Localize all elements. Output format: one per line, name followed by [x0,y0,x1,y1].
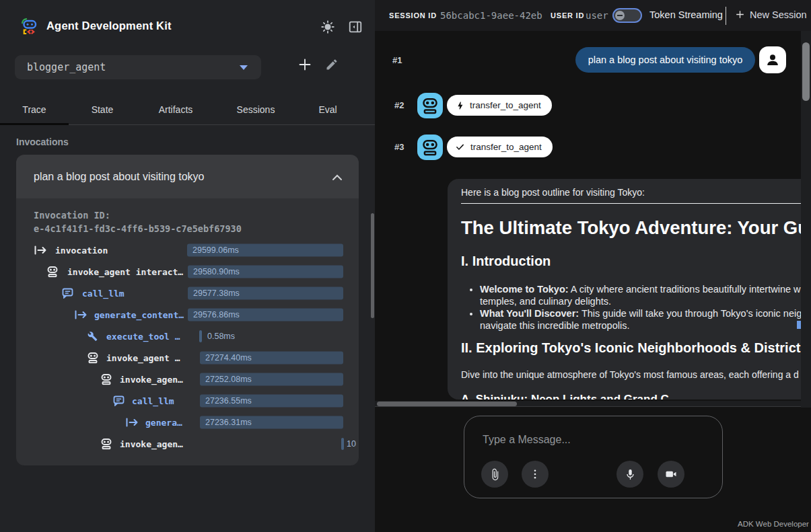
more-vert-icon [529,468,541,480]
invocations-heading: Invocations [16,137,69,147]
toggle-knob [615,11,625,20]
chevron-down-icon [240,65,248,70]
new-session-button[interactable]: New Session [734,9,807,20]
video-button[interactable] [658,461,684,488]
trace-tree: invocation 29599.06ms invoke_agent inter… [16,239,359,455]
add-session-button[interactable] [297,56,313,75]
message-index: #1 [392,55,402,65]
videocam-icon [664,467,678,481]
horizontal-scrollbar-thumb[interactable] [377,402,517,406]
tool-response-chip[interactable]: transfer_to_agent [447,137,553,157]
trace-row[interactable]: invoke_agent … 27274.40ms [16,347,359,369]
session-id-value: 56bcabc1-9aee-42eb [440,10,542,21]
blog-section-heading: II. Exploring Tokyo's Iconic Neighborhoo… [461,340,801,356]
trace-row[interactable]: invocation 29599.06ms [16,239,359,261]
sidebar: Agent Development Kit blogger_agent [0,0,375,532]
check-icon [455,142,465,152]
invocation-card: plan a blog post about visiting tokyo In… [16,155,359,465]
robot-icon [101,439,112,450]
sidebar-header: Agent Development Kit [0,0,375,42]
user-avatar [759,46,786,73]
trace-row[interactable]: invoke_agent interact… 29580.90ms [16,261,359,282]
microphone-icon [624,468,637,481]
robot-icon [87,352,98,364]
agent-response-card: Here is a blog post outline for visiting… [448,179,801,400]
divider [726,7,726,25]
trace-row[interactable]: invoke_agen… 10 [16,433,359,455]
trace-row[interactable]: call_llm 29577.38ms [16,282,359,304]
invocation-id-label: Invocation ID: [34,210,110,221]
message-composer[interactable]: Type a Message... [464,416,723,498]
tab-artifacts[interactable]: Artifacts [136,95,215,124]
robot-icon [47,266,58,278]
vertical-scrollbar[interactable] [801,31,811,408]
duration-bar: 29577.38ms [188,287,343,300]
more-options-button[interactable] [522,461,549,488]
arrow-input-icon [34,245,48,255]
chat-icon [113,395,125,406]
footer-label: ADK Web Developer UI [738,520,811,528]
invocation-card-header[interactable]: plan a blog post about visiting tokyo [16,155,359,198]
blog-bullet-list: Welcome to Tokyo: A city where ancient t… [461,283,801,332]
duration-bar: 27236.55ms [200,395,343,408]
list-item: Welcome to Tokyo: A city where ancient t… [480,283,801,307]
microphone-button[interactable] [616,461,643,488]
message-index: #3 [394,142,404,152]
user-message-bubble: plan a blog post about visiting tokyo [575,47,755,73]
session-id-label: SESSION ID [389,11,437,20]
attach-file-button[interactable] [481,461,508,488]
blog-title: The Ultimate Tokyo Adventure: Your Gu [461,217,801,239]
active-tab-indicator [0,123,69,125]
duration-bar: 29580.90ms [188,266,343,278]
trace-row[interactable]: execute_tool … 0.58ms [16,326,359,347]
theme-toggle-icon[interactable] [320,20,335,37]
duration-bar: 27236.31ms [200,416,343,429]
robot-icon [101,374,112,385]
tab-state[interactable]: State [69,95,136,124]
message-input[interactable]: Type a Message... [483,434,571,446]
duration-bar [199,330,202,342]
blog-section-heading: I. Introduction [461,253,801,269]
wrench-icon [87,332,98,342]
chat-icon [62,288,73,299]
user-id-value: user [586,10,608,21]
duration-bar: 29576.86ms [188,309,343,321]
token-streaming-toggle[interactable] [612,8,642,23]
sidebar-scrollbar[interactable] [371,213,374,318]
trace-row[interactable]: invoke_agen… 27252.08ms [16,369,359,390]
response-intro: Here is a blog post outline for visiting… [461,187,801,198]
edit-icon[interactable] [325,58,339,74]
invocation-title: plan a blog post about visiting tokyo [34,171,205,183]
duration-bar: 27274.40ms [200,352,343,365]
agent-avatar [417,135,443,160]
duration-bar: 29599.06ms [187,244,343,257]
adk-logo-icon [20,17,39,38]
list-item: What You'll Discover: This guide will ta… [480,307,801,332]
plus-icon [734,9,746,20]
tab-eval[interactable]: Eval [296,95,359,124]
blog-subsection-heading: A. Shinjuku: Neon Lights and Grand C [461,393,801,400]
vertical-scrollbar-thumb[interactable] [802,42,810,101]
agent-select-value: blogger_agent [27,61,106,73]
tab-trace[interactable]: Trace [0,95,69,124]
collapse-panel-icon[interactable] [348,20,363,37]
tab-sessions[interactable]: Sessions [215,95,296,124]
arrow-input-icon [74,310,88,319]
trace-row[interactable]: call_llm 27236.55ms [16,390,359,412]
agent-select[interactable]: blogger_agent [15,55,261,79]
app-title: Agent Development Kit [46,20,172,32]
trace-row[interactable]: generate_content… 29576.86ms [16,304,359,326]
session-bar: SESSION ID 56bcabc1-9aee-42eb USER ID us… [375,0,811,31]
arrow-input-icon [125,418,139,427]
bolt-icon [455,101,464,110]
duration-bar [341,438,344,450]
paperclip-icon [489,468,501,481]
blog-paragraph: Dive into the unique atmosphere of Tokyo… [461,369,801,381]
chat-panel: SESSION ID 56bcabc1-9aee-42eb USER ID us… [375,0,811,532]
agent-avatar [417,93,443,118]
trace-row[interactable]: genera… 27236.31ms [16,412,359,433]
tool-call-chip[interactable]: transfer_to_agent [447,95,552,116]
duration-bar: 27252.08ms [200,373,343,386]
invocation-id-value: e-4c1f41f1-fd3c-4ff6-b539-c7e5ebf67930 [34,223,242,234]
horizontal-scrollbar[interactable] [375,401,801,407]
